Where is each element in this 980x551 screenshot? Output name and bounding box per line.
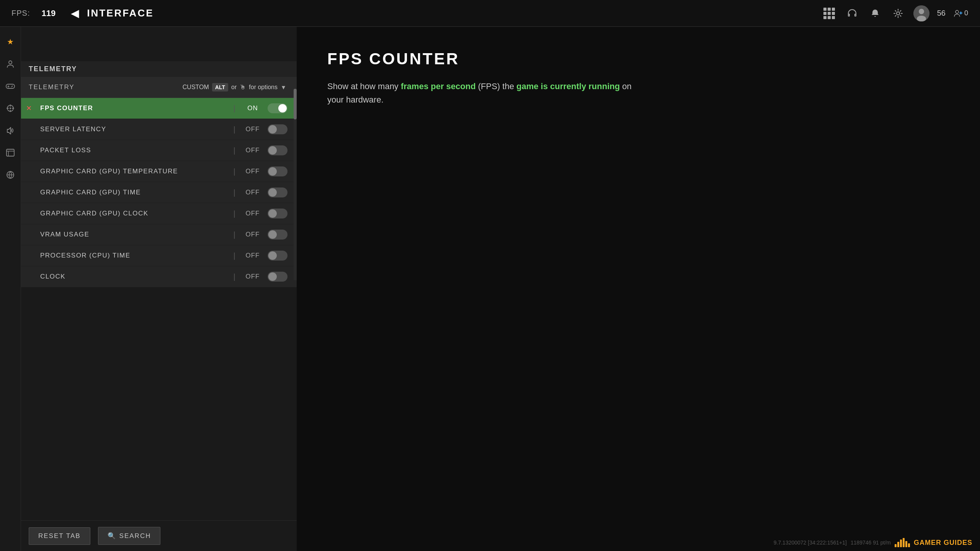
svg-point-10 [10,108,11,109]
top-bar: FPS: 119 ◀ INTERFACE [0,0,980,27]
setting-row[interactable]: ✕ GRAPHIC CARD (GPU) TIME | OFF [21,182,297,203]
description-part: Show at how many [327,82,401,91]
mouse-icon: 🖱 [240,84,246,91]
top-right-icons: 56 0 [822,5,969,21]
tab-header [21,27,297,61]
setting-value: OFF [241,126,264,133]
setting-name: GRAPHIC CARD (GPU) TIME [33,189,228,196]
setting-row[interactable]: ✕ PROCESSOR (CPU) TIME | OFF [21,245,297,266]
watermark: 9.7.13200072 [34:222:1561+1] 1189746 91 … [774,538,972,547]
sidebar-icon-controller[interactable] [3,79,18,93]
telemetry-header: TELEMETRY CUSTOM ALT or 🖱 for options ▾ [21,77,297,98]
setting-row[interactable]: ✕ SERVER LATENCY | OFF [21,119,297,140]
setting-row[interactable]: ✕ VRAM USAGE | OFF [21,224,297,245]
search-button[interactable]: 🔍 SEARCH [98,527,161,545]
section-label: TELEMETRY [29,65,77,73]
toggle-knob [268,188,277,197]
setting-name: FPS COUNTER [33,104,228,112]
toggle-container [264,230,291,240]
scroll-thumb[interactable] [294,89,297,119]
section-label-bar: TELEMETRY [21,61,297,77]
toggle-container [264,145,291,155]
toggle-container [264,272,291,282]
toggle-switch[interactable] [268,166,287,176]
divider: | [234,125,235,134]
toggle-switch[interactable] [268,124,287,134]
bottom-bar: RESET TAB 🔍 SEARCH [21,520,297,551]
sidebar-icon-ui[interactable] [3,145,18,160]
svg-rect-6 [6,84,15,88]
toggle-knob [268,209,277,218]
setting-row[interactable]: ✕ FPS COUNTER | ON [21,98,297,119]
settings-list: ✕ FPS COUNTER | ON ✕ SERVER LATENCY | OF… [21,98,297,533]
setting-value: OFF [241,273,264,280]
headphone-icon[interactable] [844,6,860,21]
toggle-switch[interactable] [268,145,287,155]
setting-name: PROCESSOR (CPU) TIME [33,252,228,259]
sidebar-icon-network[interactable] [3,168,18,182]
coords-text: 9.7.13200072 [34:222:1561+1] [774,540,847,546]
toggle-switch[interactable] [268,187,287,197]
toggle-container [264,209,291,218]
setting-row[interactable]: ✕ PACKET LOSS | OFF [21,140,297,161]
toggle-switch[interactable] [268,251,287,261]
setting-row[interactable]: ✕ GRAPHIC CARD (GPU) CLOCK | OFF [21,203,297,224]
fps-label: FPS: [11,9,30,18]
setting-value: OFF [241,189,264,196]
telemetry-title: TELEMETRY [29,83,183,91]
setting-value: OFF [241,168,264,175]
reset-tab-button[interactable]: RESET TAB [29,527,90,545]
setting-value: OFF [241,210,264,217]
dropdown-chevron[interactable]: ▾ [278,82,289,93]
svg-point-2 [919,9,924,14]
toggle-switch[interactable] [268,230,287,240]
svg-point-7 [12,86,13,87]
sidebar-icon-crosshair[interactable] [3,101,18,116]
back-button[interactable]: ◀ [71,7,79,20]
toggle-knob [268,251,277,260]
svg-rect-11 [7,149,14,156]
toggle-container [264,166,291,176]
toggle-knob [268,230,277,239]
fps-description: Show at how many frames per second (FPS)… [327,80,634,106]
toggle-container [264,124,291,134]
grid-icon[interactable] [822,6,837,21]
setting-value: ON [241,104,264,112]
setting-value: OFF [241,147,264,154]
user-level: 56 [937,9,946,18]
toggle-container [264,187,291,197]
divider: | [234,209,235,218]
setting-row[interactable]: ✕ CLOCK | OFF [21,266,297,287]
sidebar-icon-sound[interactable] [3,123,18,138]
divider: | [234,188,235,197]
settings-panel: TELEMETRY TELEMETRY CUSTOM ALT or 🖱 for … [21,27,297,551]
sidebar-icon-person[interactable] [3,57,18,71]
toggle-knob [268,167,277,176]
scroll-track [294,89,297,280]
toggle-container [264,103,291,113]
description-part: (FPS) the [476,82,516,91]
setting-row[interactable]: ✕ GRAPHIC CARD (GPU) TEMPERATURE | OFF [21,161,297,182]
svg-point-4 [956,10,959,13]
divider: | [234,272,235,281]
avatar[interactable] [913,5,929,21]
svg-point-8 [11,86,12,87]
fps-counter-title: FPS COUNTER [327,50,949,68]
toggle-switch[interactable] [268,272,287,282]
gear-icon[interactable] [890,6,906,21]
divider: | [234,251,235,260]
custom-badge: CUSTOM ALT or 🖱 for options [183,83,278,91]
left-sidebar: ★ [0,27,21,551]
friends-icon[interactable]: 0 [953,6,969,21]
bell-icon[interactable] [867,6,883,21]
setting-name: VRAM USAGE [33,231,228,238]
setting-name: PACKET LOSS [33,147,228,154]
toggle-container [264,251,291,261]
resolution-text: 1189746 91 pt/m [851,540,891,546]
close-icon[interactable]: ✕ [21,104,33,112]
search-icon: 🔍 [108,532,116,540]
toggle-switch[interactable] [268,103,287,113]
sidebar-icon-star[interactable]: ★ [3,34,18,49]
setting-name: CLOCK [33,273,228,280]
toggle-switch[interactable] [268,209,287,218]
